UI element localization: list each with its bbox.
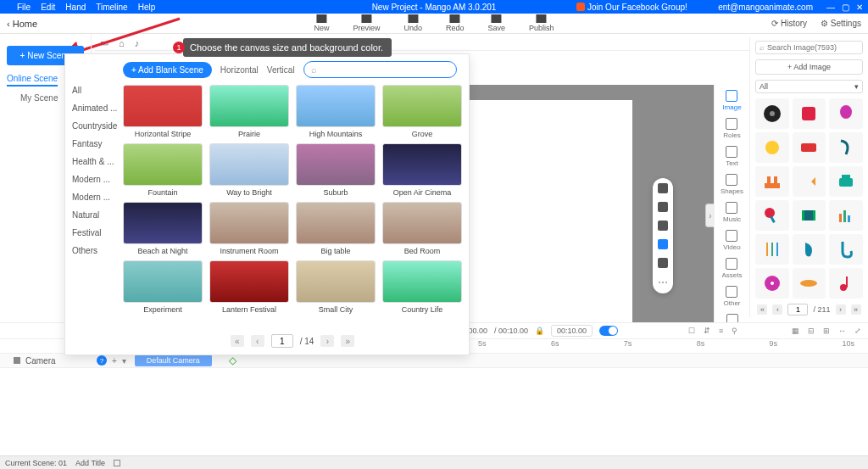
menu-help[interactable]: Help [138, 3, 156, 12]
scene-card[interactable]: Small City [296, 260, 376, 314]
dock-tool-4[interactable] [658, 239, 668, 249]
undo-button[interactable]: Undo [403, 14, 422, 32]
lock-icon[interactable]: 🔒 [535, 327, 544, 335]
asset-bass-clef[interactable] [829, 132, 863, 163]
tl-tool-4[interactable]: ⚲ [732, 327, 737, 335]
asset-duck[interactable] [755, 132, 789, 163]
scene-card[interactable]: Beach at Night [123, 202, 203, 255]
asset-note[interactable] [829, 268, 863, 299]
history-button[interactable]: ⟳ History [771, 19, 807, 28]
tl-tool-9[interactable]: ⤢ [854, 327, 861, 335]
dock-tool-5[interactable] [658, 258, 668, 268]
add-blank-scene-button[interactable]: Add Blank Scene [123, 62, 212, 78]
status-icon[interactable] [114, 460, 120, 466]
asset-trumpet[interactable] [793, 166, 826, 197]
scene-cat-animated[interactable]: Animated ... [72, 99, 120, 117]
asset-cymbal[interactable] [793, 268, 826, 299]
scene-duration[interactable]: 00:10.00 [551, 325, 593, 337]
preview-button[interactable]: Preview [353, 14, 380, 32]
scene-cat-others[interactable]: Others [72, 242, 120, 260]
rail-assets[interactable]: Assets [721, 256, 742, 281]
asset-pager-next[interactable]: › [836, 304, 846, 315]
scene-cat-countryside[interactable]: Countryside [72, 117, 120, 135]
scene-cat-all[interactable]: All [72, 81, 120, 99]
menu-file[interactable]: File [17, 3, 31, 12]
new-button[interactable]: New [314, 14, 329, 32]
scene-card[interactable]: Experiment [123, 260, 203, 314]
orientation-horizontal[interactable]: Horizontal [220, 65, 259, 75]
scene-card[interactable]: High Mountains [296, 85, 376, 138]
tl-tool-1[interactable]: ☐ [688, 327, 695, 335]
maximize-icon[interactable]: ▢ [842, 3, 849, 12]
tl-tool-2[interactable]: ⇵ [704, 327, 710, 335]
rail-roles[interactable]: Roles [723, 116, 740, 141]
asset-film[interactable] [793, 200, 826, 231]
minimize-icon[interactable]: — [826, 3, 835, 12]
asset-pager-page-input[interactable] [787, 304, 808, 315]
publish-button[interactable]: Publish [529, 14, 554, 32]
asset-pager-last[interactable]: » [851, 304, 861, 315]
dock-tool-3[interactable] [658, 221, 668, 231]
facebook-link[interactable]: Join Our Facebook Group! [576, 3, 687, 12]
scene-card[interactable]: Prairie [209, 85, 289, 138]
scene-card[interactable]: Country Life [382, 260, 462, 314]
scene-cat-modern2[interactable]: Modern ... [72, 188, 120, 206]
rail-video[interactable]: Video [723, 228, 740, 253]
asset-printer[interactable] [829, 166, 863, 197]
tl-tool-8[interactable]: ↔ [838, 327, 846, 335]
default-camera-clip[interactable]: Default Camera [135, 355, 212, 366]
add-image-button[interactable]: Add Image [755, 59, 863, 75]
close-icon[interactable]: ✕ [856, 3, 863, 12]
status-add-title[interactable]: Add Title [75, 459, 105, 467]
scene-card[interactable]: Fountain [123, 143, 203, 197]
save-button[interactable]: Save [488, 14, 506, 32]
pager-last[interactable]: » [341, 335, 354, 347]
home-button[interactable]: Home [7, 19, 37, 29]
pager-prev[interactable]: ‹ [251, 335, 264, 347]
dock-tool-2[interactable] [658, 202, 668, 212]
pager-first[interactable]: « [231, 335, 244, 347]
rail-shapes[interactable]: Shapes [721, 172, 743, 197]
asset-search-input[interactable] [767, 43, 862, 52]
asset-pager-first[interactable]: « [757, 304, 767, 315]
scene-cat-fantasy[interactable]: Fantasy [72, 135, 120, 153]
asset-balloon[interactable] [829, 98, 863, 129]
menu-edit[interactable]: Edit [41, 3, 55, 12]
scene-card[interactable]: Big table [296, 202, 376, 255]
asset-disc[interactable] [755, 268, 789, 299]
asset-cassette[interactable] [793, 132, 826, 163]
dock-more-icon[interactable]: ⋯ [658, 276, 668, 288]
settings-button[interactable]: ⚙ Settings [821, 19, 861, 28]
scene-cat-health[interactable]: Health & ... [72, 153, 120, 170]
tl-tool-7[interactable]: ⊞ [823, 327, 830, 335]
account-email[interactable]: ent@mangoanimate.com [718, 3, 813, 12]
scene-card[interactable]: Horizontal Stripe [123, 85, 203, 138]
tl-tool-3[interactable]: ≡ [719, 327, 723, 335]
scene-cat-modern1[interactable]: Modern ... [72, 170, 120, 188]
asset-wheel[interactable] [755, 98, 789, 129]
rail-other[interactable]: Other [723, 284, 740, 309]
camera-keyframe-icon[interactable]: ◇ [229, 355, 236, 366]
pager-page-input[interactable] [271, 334, 293, 348]
camera-help-button[interactable]: ? [97, 355, 107, 366]
camera-menu-button[interactable]: ▾ [122, 356, 126, 366]
asset-filter-dropdown[interactable]: All ▾ [755, 80, 863, 93]
asset-xylophone[interactable] [755, 166, 789, 197]
scene-card[interactable]: Bed Room [382, 202, 462, 255]
menu-timeline[interactable]: Timeline [96, 3, 127, 12]
rail-text[interactable]: Text [726, 144, 738, 169]
timeline-toggle[interactable] [599, 326, 618, 336]
orientation-vertical[interactable]: Vertical [267, 65, 295, 75]
menu-hand[interactable]: Hand [65, 3, 86, 12]
redo-button[interactable]: Redo [446, 14, 465, 32]
asset-equalizer[interactable] [829, 200, 863, 231]
scene-card[interactable]: Suburb [296, 143, 376, 197]
asset-pager-prev[interactable]: ‹ [772, 304, 782, 315]
tab-online-scene[interactable]: Online Scene [7, 74, 58, 87]
tl-tool-6[interactable]: ⊟ [808, 327, 815, 335]
asset-search[interactable]: ⌕ [755, 41, 863, 54]
scene-cat-natural[interactable]: Natural [72, 206, 120, 224]
scene-card[interactable]: Way to Bright [209, 143, 289, 197]
asset-sax[interactable] [829, 234, 863, 265]
scene-card[interactable]: Grove [382, 85, 462, 138]
